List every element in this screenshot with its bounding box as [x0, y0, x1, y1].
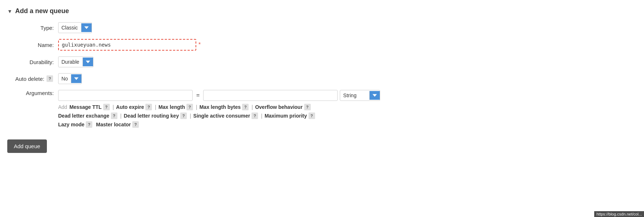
max-length-link[interactable]: Max length — [158, 104, 185, 110]
section-header: ▼ Add a new queue — [7, 7, 633, 15]
sep5: | — [120, 113, 122, 119]
max-length-bytes-link[interactable]: Max length bytes — [200, 104, 241, 110]
auto-delete-select[interactable]: No — [59, 74, 71, 84]
arguments-inputs: = String — [58, 90, 380, 101]
type-select-wrapper: Classic — [58, 22, 92, 33]
argument-key-input[interactable] — [58, 90, 193, 101]
max-length-help[interactable]: ? — [186, 104, 193, 110]
name-row: Name: * — [7, 39, 633, 51]
maximum-priority-link[interactable]: Maximum priority — [265, 113, 307, 119]
type-row: Type: Classic — [7, 22, 633, 33]
auto-expire-link[interactable]: Auto expire — [116, 104, 144, 110]
overflow-behaviour-link[interactable]: Overflow behaviour — [255, 104, 303, 110]
arg-type-select-wrapper: String — [340, 90, 380, 101]
add-label: Add — [58, 104, 67, 110]
sep3: | — [196, 104, 197, 110]
sep4: | — [251, 104, 253, 110]
dead-letter-exchange-help[interactable]: ? — [111, 113, 117, 119]
lazy-mode-help[interactable]: ? — [86, 121, 92, 128]
maximum-priority-help[interactable]: ? — [309, 113, 315, 119]
message-ttl-help[interactable]: ? — [103, 104, 110, 110]
auto-expire-help[interactable]: ? — [145, 104, 152, 110]
overflow-behaviour-help[interactable]: ? — [304, 104, 311, 110]
argument-value-input[interactable] — [203, 90, 338, 101]
auto-delete-label: Auto delete: — [15, 76, 44, 82]
auto-delete-label-wrapper: Auto delete: ? — [7, 75, 58, 82]
collapse-chevron[interactable]: ▼ — [7, 8, 12, 14]
dead-letter-exchange-link[interactable]: Dead letter exchange — [58, 113, 109, 119]
master-locator-help[interactable]: ? — [132, 121, 139, 128]
auto-delete-select-arrow[interactable] — [71, 74, 81, 83]
auto-delete-select-wrapper: No — [58, 73, 82, 84]
message-ttl-link[interactable]: Message TTL — [69, 104, 102, 110]
arg-type-select[interactable]: String — [340, 90, 369, 100]
add-queue-button[interactable]: Add queue — [7, 139, 47, 153]
auto-delete-row: Auto delete: ? No — [7, 73, 633, 84]
sep1: | — [113, 104, 114, 110]
type-label: Type: — [7, 25, 58, 31]
dead-letter-routing-key-link[interactable]: Dead letter routing key — [124, 113, 179, 119]
status-bar: https://blog.csdn.net/col... — [594, 211, 644, 217]
add-queue-container: ▼ Add a new queue Type: Classic Name: * … — [0, 0, 644, 217]
durability-select-wrapper: Durable — [58, 56, 93, 67]
sep7: | — [261, 113, 262, 119]
durability-row: Durability: Durable — [7, 56, 633, 67]
arguments-label: Arguments: — [7, 90, 58, 96]
arg-type-arrow[interactable] — [369, 91, 380, 100]
dead-letter-routing-key-help[interactable]: ? — [180, 113, 187, 119]
master-locator-link[interactable]: Master locator — [96, 122, 131, 127]
required-indicator: * — [198, 42, 201, 48]
durability-select-arrow[interactable] — [82, 58, 93, 66]
type-select-arrow[interactable] — [81, 23, 92, 32]
arguments-row: Arguments: = String Add Message TTL — [7, 90, 633, 130]
lazy-mode-link[interactable]: Lazy mode — [58, 122, 84, 127]
sep2: | — [155, 104, 156, 110]
sep6: | — [190, 113, 191, 119]
name-input[interactable] — [58, 39, 196, 51]
max-length-bytes-help[interactable]: ? — [242, 104, 249, 110]
auto-delete-help[interactable]: ? — [47, 75, 53, 82]
equals-sign: = — [195, 92, 201, 99]
type-select[interactable]: Classic — [59, 23, 81, 33]
section-title: Add a new queue — [15, 7, 69, 15]
arg-links-line1: Add Message TTL ? | Auto expire ? | Max … — [58, 104, 380, 110]
single-active-consumer-link[interactable]: Single active consumer — [193, 113, 250, 119]
single-active-consumer-help[interactable]: ? — [251, 113, 258, 119]
name-label: Name: — [7, 42, 58, 48]
arg-links-line2: Dead letter exchange ? | Dead letter rou… — [58, 113, 380, 119]
arg-links-line3: Lazy mode ? Master locator ? — [58, 121, 380, 128]
durability-select[interactable]: Durable — [59, 57, 82, 67]
durability-label: Durability: — [7, 59, 58, 65]
